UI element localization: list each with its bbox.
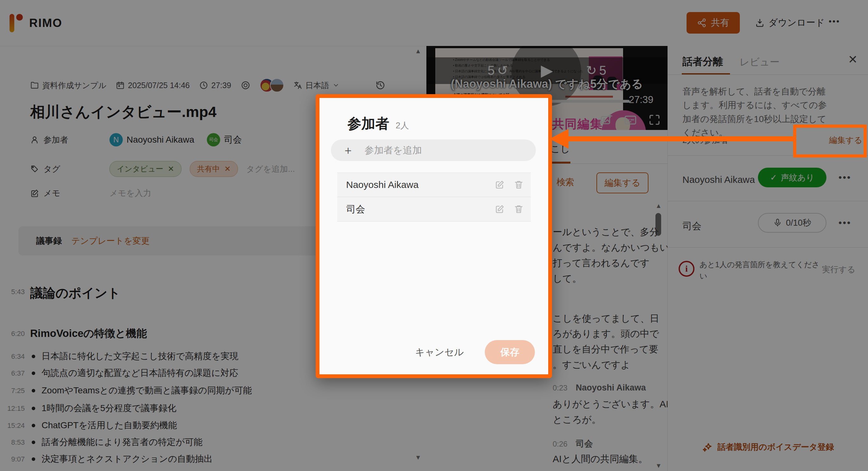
participant-list: Naoyoshi Aikawa 司会 xyxy=(337,172,531,222)
annotation-arrow-head xyxy=(550,129,568,149)
participant-list-row: 司会 xyxy=(337,197,531,222)
add-participant-placeholder: 参加者を追加 xyxy=(365,144,422,157)
plus-icon: ＋ xyxy=(342,143,354,158)
edit-icon[interactable] xyxy=(495,204,505,214)
participant-list-row: Naoyoshi Aikawa xyxy=(337,173,531,197)
participant-row-name: Naoyoshi Aikawa xyxy=(346,179,486,190)
annotation-highlight-box xyxy=(793,125,867,158)
annotation-arrow-line xyxy=(568,136,795,141)
cancel-button[interactable]: キャンセル xyxy=(415,346,464,359)
add-participant-input[interactable]: ＋ 参加者を追加 xyxy=(331,139,536,161)
delete-icon[interactable] xyxy=(514,204,524,214)
modal-title: 参加者 xyxy=(347,114,389,133)
save-button[interactable]: 保存 xyxy=(485,340,535,364)
participant-row-name: 司会 xyxy=(346,203,486,216)
modal-title-row: 参加者 2人 xyxy=(347,114,409,133)
delete-icon[interactable] xyxy=(514,180,524,190)
modal-participant-count: 2人 xyxy=(396,120,409,131)
edit-icon[interactable] xyxy=(495,180,505,190)
modal-footer: キャンセル 保存 xyxy=(415,340,535,364)
rimo-app: RIMO 共有 ダウンロード ••• 資料作成サンプル xyxy=(0,0,868,471)
participants-modal: 参加者 2人 ＋ 参加者を追加 Naoyoshi Aikawa 司会 xyxy=(316,94,552,378)
